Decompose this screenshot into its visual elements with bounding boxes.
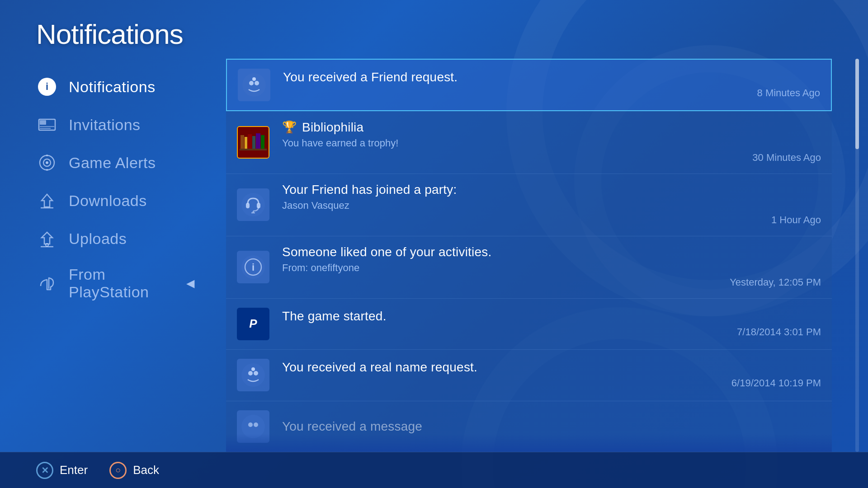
notif-content-6: You received a real name request. 6/19/2… — [282, 360, 821, 390]
back-button[interactable]: ○ Back — [109, 462, 159, 479]
notif-title-partial: You received a message — [282, 419, 821, 434]
sidebar-game-alerts-label: Game Alerts — [69, 154, 156, 172]
circle-button-icon: ○ — [109, 462, 127, 479]
notif-title-5: The game started. — [282, 309, 821, 324]
notif-title-1: You received a Friend request. — [283, 70, 820, 84]
svg-point-17 — [249, 81, 254, 85]
notification-item-friend-request[interactable]: You received a Friend request. 8 Minutes… — [226, 59, 832, 111]
notif-content-2: 🏆 Bibliophilia You have earned a trophy!… — [282, 120, 821, 164]
notif-title-2: Bibliophilia — [302, 120, 363, 135]
svg-text:P: P — [249, 317, 257, 330]
notif-time-4: Yesterday, 12:05 PM — [730, 277, 821, 288]
enter-label: Enter — [60, 463, 88, 477]
svg-point-18 — [255, 81, 259, 85]
svg-text:i: i — [252, 262, 255, 273]
sidebar: i Notifications Invitations — [0, 59, 208, 452]
svg-text:i: i — [46, 81, 48, 92]
game-alerts-icon — [36, 152, 58, 174]
sidebar-notifications-label: Notifications — [69, 78, 156, 96]
notif-time-3: 1 Hour Ago — [771, 214, 821, 226]
svg-rect-24 — [252, 136, 255, 150]
notif-content-3: Your Friend has joined a party: Jason Va… — [282, 183, 821, 227]
notif-subtitle-4: From: onefiftyone — [282, 262, 821, 274]
svg-marker-13 — [42, 232, 52, 244]
svg-rect-23 — [248, 134, 252, 150]
svg-point-43 — [248, 422, 253, 427]
svg-rect-22 — [245, 137, 247, 150]
scrollbar-track[interactable] — [855, 59, 859, 452]
svg-rect-29 — [246, 203, 250, 208]
scrollbar-thumb[interactable] — [855, 59, 859, 149]
svg-point-39 — [248, 371, 253, 375]
notification-item-partial: You received a message — [226, 401, 832, 452]
sidebar-item-downloads[interactable]: Downloads — [0, 182, 208, 220]
cross-button-icon: ✕ — [36, 462, 53, 479]
sidebar-downloads-label: Downloads — [69, 192, 147, 210]
notif-content-5: The game started. 7/18/2014 3:01 PM — [282, 309, 821, 339]
notif-time-row-4: Yesterday, 12:05 PM — [282, 277, 821, 289]
notif-subtitle-2: You have earned a trophy! — [282, 137, 821, 149]
notif-time-6: 6/19/2014 10:19 PM — [731, 377, 821, 389]
notif-time-row-1: 8 Minutes Ago — [283, 87, 820, 100]
notif-time-1: 8 Minutes Ago — [757, 87, 820, 99]
arrow-right-icon: ◀ — [186, 277, 194, 290]
notif-time-2: 30 Minutes Ago — [752, 152, 821, 164]
notif-icon-real-name — [237, 359, 269, 391]
sidebar-invitations-label: Invitations — [69, 116, 141, 134]
notif-time-row-2: 30 Minutes Ago — [282, 152, 821, 164]
svg-point-41 — [251, 367, 255, 371]
notif-time-row-5: 7/18/2014 3:01 PM — [282, 326, 821, 339]
notif-content-partial: You received a message — [282, 419, 821, 434]
sidebar-item-notifications[interactable]: i Notifications — [0, 68, 208, 106]
notif-time-row-3: 1 Hour Ago — [282, 214, 821, 227]
svg-rect-3 — [40, 120, 46, 125]
trophy-icon: 🏆 — [282, 120, 297, 134]
page-title: Notifications — [36, 18, 183, 50]
svg-rect-27 — [240, 149, 267, 150]
notif-icon-info: i — [237, 251, 269, 283]
notification-item-liked[interactable]: i Someone liked one of your activities. … — [226, 236, 832, 299]
sidebar-item-invitations[interactable]: Invitations — [0, 106, 208, 144]
svg-point-42 — [241, 415, 265, 438]
svg-point-19 — [252, 77, 256, 81]
notif-title-4: Someone liked one of your activities. — [282, 245, 821, 259]
notif-time-5: 7/18/2014 3:01 PM — [737, 326, 821, 338]
back-label: Back — [133, 463, 159, 477]
svg-marker-11 — [42, 194, 52, 207]
sidebar-item-from-playstation[interactable]: From PlayStation ◀ — [0, 258, 208, 309]
sidebar-from-playstation-label: From PlayStation — [69, 266, 175, 301]
notif-icon-friend — [238, 69, 270, 101]
from-playstation-icon — [36, 272, 58, 294]
bottom-bar: ✕ Enter ○ Back — [0, 452, 868, 488]
svg-rect-21 — [241, 135, 244, 150]
sidebar-item-uploads[interactable]: Uploads — [0, 220, 208, 258]
svg-point-16 — [242, 73, 266, 97]
notifications-icon: i — [36, 76, 58, 98]
uploads-icon — [36, 228, 58, 249]
invitations-icon — [36, 114, 58, 136]
notif-content-1: You received a Friend request. 8 Minutes… — [283, 70, 820, 100]
notification-item-party[interactable]: Your Friend has joined a party: Jason Va… — [226, 174, 832, 236]
notif-subtitle-3: Jason Vasquez — [282, 200, 821, 211]
notification-item-game-started[interactable]: P The game started. 7/18/2014 3:01 PM — [226, 299, 832, 350]
notif-title-6: You received a real name request. — [282, 360, 821, 375]
svg-point-8 — [46, 161, 48, 164]
main-layout: i Notifications Invitations — [0, 59, 868, 452]
svg-point-14 — [46, 244, 48, 246]
notification-item-trophy[interactable]: 🏆 Bibliophilia You have earned a trophy!… — [226, 111, 832, 174]
notif-title-3: Your Friend has joined a party: — [282, 183, 821, 197]
notif-icon-ps: P — [237, 308, 269, 340]
svg-rect-25 — [256, 133, 260, 150]
notif-content-4: Someone liked one of your activities. Fr… — [282, 245, 821, 289]
svg-rect-26 — [261, 135, 264, 150]
svg-point-44 — [254, 422, 258, 427]
svg-point-38 — [241, 363, 265, 387]
notifications-panel: You received a Friend request. 8 Minutes… — [208, 59, 868, 452]
enter-button[interactable]: ✕ Enter — [36, 462, 88, 479]
notification-item-real-name[interactable]: You received a real name request. 6/19/2… — [226, 350, 832, 401]
notif-time-row-6: 6/19/2014 10:19 PM — [282, 377, 821, 390]
sidebar-item-game-alerts[interactable]: Game Alerts — [0, 144, 208, 182]
notif-icon-partial — [237, 410, 269, 443]
notif-icon-trophy-game — [237, 126, 269, 159]
notif-icon-party — [237, 188, 269, 221]
